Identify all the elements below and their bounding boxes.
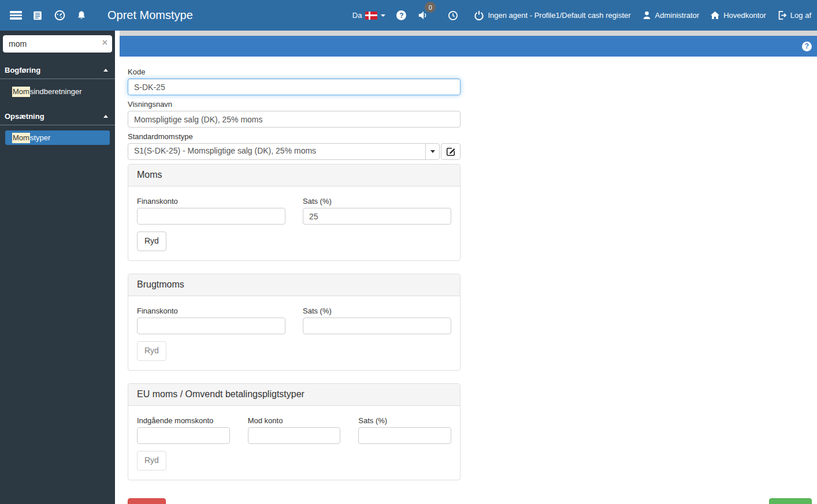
danish-flag-icon	[365, 12, 377, 20]
sidebar-search-input[interactable]	[3, 35, 112, 53]
search-clear-icon[interactable]: ×	[102, 38, 107, 48]
search-match-highlight: Mom	[12, 87, 30, 97]
sidebar-section-opsaetning[interactable]: Opsætning	[0, 107, 115, 125]
journal-icon[interactable]	[27, 5, 49, 27]
brugtmoms-ryd-button: Ryd	[137, 341, 166, 361]
save-button-label: Gem	[787, 502, 804, 504]
sats-label: Sats (%)	[303, 307, 451, 315]
search-match-highlight: Mom	[12, 133, 30, 143]
top-navbar: Opret Momstype Da ? 0	[0, 0, 817, 31]
sidebar-item-momstyper[interactable]: Momstyper	[5, 130, 110, 145]
standardmomstype-select[interactable]: S1(S-DK-25) - Momspligtige salg (DK), 25…	[128, 143, 440, 160]
top-strip	[120, 31, 817, 36]
panel-brugtmoms: Brugtmoms Finanskonto Sats (%) Ryd	[128, 274, 461, 371]
agent-status-label: Ingen agent - Profile1/Default cash regi…	[488, 11, 630, 20]
logout-label: Log af	[790, 11, 811, 20]
menu-hamburger-icon[interactable]	[5, 5, 27, 27]
sidebar-section-bogfoering[interactable]: Bogføring	[0, 61, 115, 79]
eu-mod-konto-input[interactable]	[248, 427, 341, 444]
kode-input[interactable]	[128, 79, 461, 95]
logout-icon	[777, 10, 787, 20]
language-selector[interactable]: Da	[352, 11, 386, 20]
home-icon	[710, 10, 720, 20]
power-icon	[474, 10, 484, 21]
sidebar: × Bogføring Momsindberetninger Opsætning…	[0, 31, 115, 504]
bell-icon[interactable]	[70, 5, 92, 27]
panel-eu-moms: EU moms / Omvendt betalingspligtstyper I…	[128, 383, 461, 480]
moms-finanskonto-input[interactable]	[137, 208, 285, 225]
indgaaende-momskonto-label: Indgående momskonto	[137, 416, 230, 425]
chevron-down-icon	[430, 150, 435, 153]
location-menu[interactable]: Hovedkontor	[710, 10, 766, 20]
main-content: ? Kode Visningsnavn Standardmomstype S1(…	[115, 31, 817, 504]
close-button[interactable]: ✖ Luk	[128, 498, 166, 504]
edit-icon	[446, 147, 456, 156]
edit-momstype-button[interactable]	[441, 143, 461, 160]
user-label: Administrator	[655, 11, 700, 20]
chevron-down-icon	[381, 14, 385, 17]
clock-icon	[448, 10, 458, 21]
panel-moms: Moms Finanskonto Sats (%) Ryd	[128, 164, 461, 261]
panel-moms-title: Moms	[128, 165, 460, 186]
standardmomstype-label: Standardmomstype	[128, 132, 461, 141]
moms-sats-input[interactable]	[303, 208, 451, 225]
help-icon: ?	[396, 10, 406, 20]
sidebar-item-label: sindberetninger	[30, 87, 82, 96]
eu-sats-input[interactable]	[358, 427, 451, 444]
brugtmoms-finanskonto-input[interactable]	[137, 318, 285, 334]
sidebar-item-label: styper	[30, 133, 50, 142]
panel-brugtmoms-title: Brugtmoms	[128, 274, 460, 296]
panel-eu-moms-title: EU moms / Omvendt betalingspligtstyper	[128, 384, 460, 406]
visningsnavn-input[interactable]	[128, 111, 461, 128]
logout-button[interactable]: Log af	[777, 10, 811, 20]
save-button[interactable]: ✔ Gem	[769, 498, 812, 504]
user-icon	[642, 10, 652, 20]
close-button-label: Luk	[146, 502, 159, 504]
brugtmoms-sats-input[interactable]	[303, 318, 451, 334]
history-button[interactable]	[448, 10, 458, 21]
sats-label: Sats (%)	[358, 416, 451, 425]
chevron-up-icon	[103, 69, 108, 72]
help-button[interactable]: ?	[396, 10, 406, 20]
moms-ryd-button[interactable]: Ryd	[137, 232, 166, 251]
visningsnavn-label: Visningsnavn	[128, 100, 461, 109]
eu-ryd-button: Ryd	[137, 451, 166, 471]
notification-count-badge: 0	[425, 2, 436, 13]
user-menu[interactable]: Administrator	[642, 10, 700, 20]
sats-label: Sats (%)	[303, 197, 451, 206]
finanskonto-label: Finanskonto	[137, 307, 285, 315]
finanskonto-label: Finanskonto	[137, 197, 285, 206]
sidebar-item-momsindberetninger[interactable]: Momsindberetninger	[5, 84, 110, 99]
dashboard-gauge-icon[interactable]	[49, 5, 70, 27]
standardmomstype-value: S1(S-DK-25) - Momspligtige salg (DK), 25…	[128, 144, 425, 159]
location-label: Hovedkontor	[723, 11, 766, 20]
sound-button[interactable]: 0	[417, 10, 429, 21]
chevron-up-icon	[103, 115, 108, 118]
agent-status[interactable]: Ingen agent - Profile1/Default cash regi…	[474, 10, 630, 21]
mod-konto-label: Mod konto	[248, 416, 341, 425]
page-header-bar: ?	[120, 36, 817, 57]
page-title: Opret Momstype	[107, 9, 193, 22]
page-help-icon[interactable]: ?	[802, 42, 812, 51]
select-caret[interactable]	[425, 144, 439, 159]
sidebar-section-label: Bogføring	[5, 66, 40, 74]
kode-label: Kode	[128, 68, 461, 76]
eu-indgaaende-momskonto-input[interactable]	[137, 427, 230, 444]
sidebar-section-label: Opsætning	[5, 112, 44, 121]
language-label: Da	[352, 11, 362, 20]
